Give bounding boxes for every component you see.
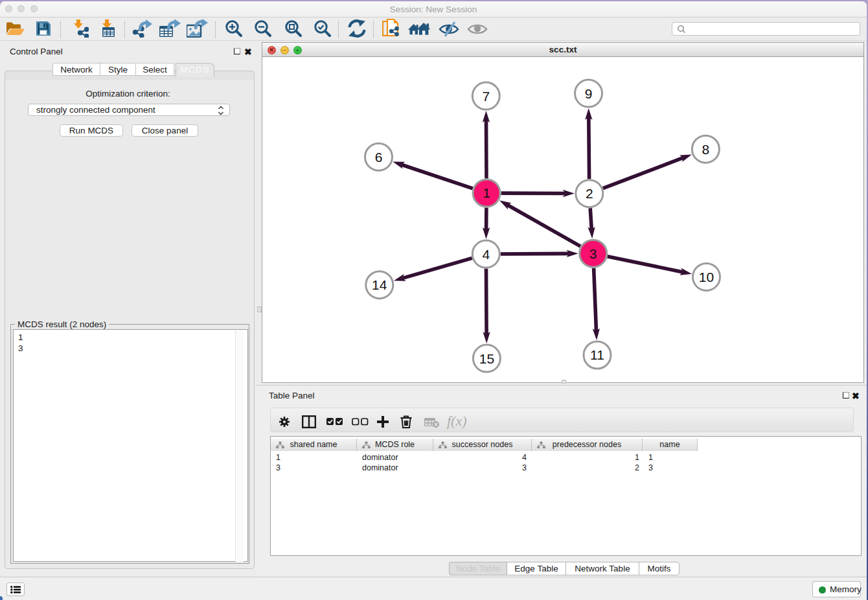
svg-text:10: 10 — [699, 270, 714, 284]
svg-text:7: 7 — [482, 89, 490, 104]
svg-text:1: 1 — [483, 186, 490, 201]
svg-text:4: 4 — [482, 247, 490, 262]
svg-text:14: 14 — [372, 277, 387, 292]
svg-text:11: 11 — [590, 348, 604, 363]
svg-text:9: 9 — [585, 86, 593, 101]
svg-text:2: 2 — [586, 186, 593, 201]
svg-text:15: 15 — [479, 351, 494, 366]
svg-text:6: 6 — [375, 150, 383, 165]
svg-text:8: 8 — [702, 142, 710, 157]
svg-text:3: 3 — [589, 246, 597, 261]
